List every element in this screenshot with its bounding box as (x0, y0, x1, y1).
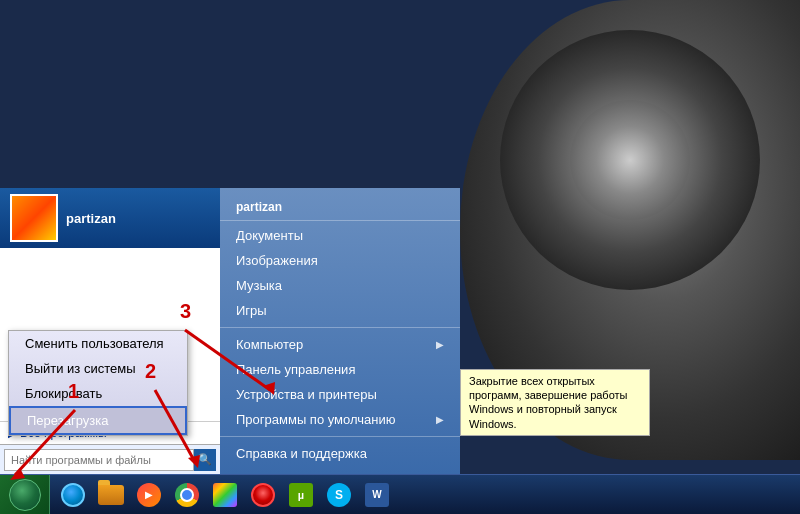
computer-arrow-icon: ▶ (436, 339, 444, 350)
menu-item-control-panel[interactable]: Панель управления (220, 357, 460, 382)
media-icon: ▶ (137, 483, 161, 507)
start-button[interactable] (0, 475, 50, 515)
chrome-taskbar-icon[interactable] (169, 477, 205, 513)
ie-icon (61, 483, 85, 507)
submenu-reboot[interactable]: Перезагрузка (9, 406, 187, 435)
menu-item-computer[interactable]: Компьютер ▶ (220, 332, 460, 357)
shutdown-tooltip: Закрытие всех открытых программ, заверше… (460, 369, 650, 436)
menu-separator-2 (220, 436, 460, 437)
utorrent-taskbar-icon[interactable]: µ (283, 477, 319, 513)
user-name-display: partizan (66, 211, 116, 226)
paint-icon (213, 483, 237, 507)
shutdown-submenu: Сменить пользователя Выйти из системы Бл… (8, 330, 188, 436)
menu-item-games[interactable]: Игры (220, 298, 460, 323)
user-avatar (10, 194, 58, 242)
utorrent-icon: µ (289, 483, 313, 507)
menu-item-music[interactable]: Музыка (220, 273, 460, 298)
submenu-switch-user[interactable]: Сменить пользователя (9, 331, 187, 356)
start-menu-right-panel: partizan Документы Изображения Музыка Иг… (220, 188, 460, 474)
skype-icon: S (327, 483, 351, 507)
opera-icon (251, 483, 275, 507)
start-orb-icon (9, 479, 41, 511)
menu-item-devices[interactable]: Устройства и принтеры (220, 382, 460, 407)
submenu-lock[interactable]: Блокировать (9, 381, 187, 406)
start-menu-header: partizan (0, 188, 220, 248)
menu-item-documents[interactable]: Документы (220, 223, 460, 248)
skype-taskbar-icon[interactable]: S (321, 477, 357, 513)
folder-icon (98, 485, 124, 505)
taskbar-icons: ▶ µ S W (50, 475, 400, 515)
word-taskbar-icon[interactable]: W (359, 477, 395, 513)
paint-taskbar-icon[interactable] (207, 477, 243, 513)
search-button[interactable]: 🔍 (194, 449, 216, 471)
menu-item-help[interactable]: Справка и поддержка (220, 441, 460, 466)
taskbar: ▶ µ S W (0, 474, 800, 514)
desktop: partizan ▶ Все программы 🔍 partizan Доку… (0, 0, 800, 514)
menu-item-default-programs[interactable]: Программы по умолчанию ▶ (220, 407, 460, 432)
folder-taskbar-icon[interactable] (93, 477, 129, 513)
menu-item-images[interactable]: Изображения (220, 248, 460, 273)
media-taskbar-icon[interactable]: ▶ (131, 477, 167, 513)
submenu-logout[interactable]: Выйти из системы (9, 356, 187, 381)
default-programs-arrow-icon: ▶ (436, 414, 444, 425)
word-icon: W (365, 483, 389, 507)
chrome-icon (175, 483, 199, 507)
search-bar: 🔍 (0, 444, 220, 474)
username-top: partizan (220, 196, 460, 221)
search-input[interactable] (4, 449, 194, 471)
ie-taskbar-icon[interactable] (55, 477, 91, 513)
opera-taskbar-icon[interactable] (245, 477, 281, 513)
menu-separator-1 (220, 327, 460, 328)
